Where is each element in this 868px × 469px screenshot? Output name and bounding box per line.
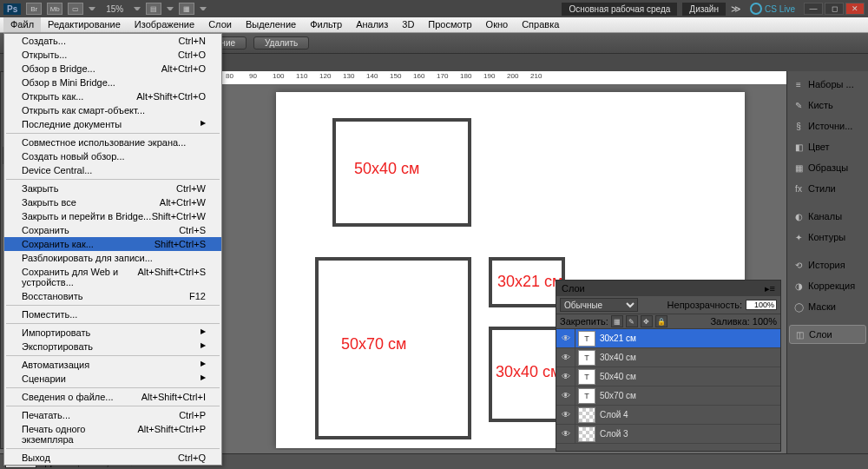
dropdown-icon[interactable]: [89, 7, 95, 10]
app-logo: Ps: [3, 3, 21, 15]
blend-mode-select[interactable]: Обычные: [560, 298, 638, 312]
canvas-label: 30x40 см: [496, 363, 561, 381]
menu-изображение[interactable]: Изображение: [128, 17, 201, 32]
layers-header[interactable]: Слои ▸≡: [556, 281, 780, 296]
visibility-icon[interactable]: 👁: [556, 367, 575, 386]
opacity-value[interactable]: 100%: [746, 300, 777, 310]
minibridge-icon[interactable]: Mb: [47, 3, 62, 15]
menu-item[interactable]: Обзор в Mini Bridge...: [4, 76, 221, 89]
layer-row[interactable]: 👁T30x21 см: [556, 329, 780, 348]
menu-item[interactable]: Печатать...Ctrl+P: [4, 408, 221, 422]
arrange-icon[interactable]: ▦: [179, 3, 194, 15]
panel-icon: fx: [792, 182, 805, 195]
panel-Маски[interactable]: ◯Маски: [789, 297, 866, 316]
fill-value[interactable]: 100%: [753, 316, 777, 327]
menu-item[interactable]: Сохранить как...Shift+Ctrl+S: [4, 237, 221, 251]
menu-item[interactable]: Открыть как смарт-объект...: [4, 103, 221, 117]
panel-Контуры[interactable]: ✦Контуры: [789, 228, 866, 247]
panel-Слои[interactable]: ◫Слои: [789, 325, 866, 344]
visibility-icon[interactable]: 👁: [556, 348, 575, 367]
menu-окно[interactable]: Окно: [479, 17, 516, 32]
delete-button[interactable]: Удалить: [253, 36, 309, 50]
minimize-button[interactable]: —: [804, 3, 823, 15]
layer-row[interactable]: 👁T30x40 см: [556, 348, 780, 367]
layer-row[interactable]: 👁Слой 4: [556, 406, 780, 425]
visibility-icon[interactable]: 👁: [556, 386, 575, 406]
bridge-icon[interactable]: Br: [26, 3, 42, 15]
menu-слои[interactable]: Слои: [201, 17, 239, 32]
visibility-icon[interactable]: 👁: [556, 329, 575, 348]
zoom-level[interactable]: 15%: [101, 4, 128, 14]
menu-фильтр[interactable]: Фильтр: [303, 17, 349, 32]
panel-icon: ✎: [792, 99, 805, 111]
menu-item[interactable]: Печать одного экземпляраAlt+Shift+Ctrl+P: [4, 422, 221, 446]
menu-item[interactable]: Совместное использование экрана...: [4, 135, 221, 149]
menu-анализ[interactable]: Анализ: [349, 17, 395, 32]
layer-name: Слой 4: [598, 410, 628, 419]
menu-item[interactable]: Поместить...: [4, 307, 221, 321]
layer-row[interactable]: 👁T50x70 см: [556, 386, 780, 406]
close-button[interactable]: ✕: [845, 3, 865, 15]
panel-Каналы[interactable]: ◐Каналы: [789, 207, 866, 226]
fill-label: Заливка:: [670, 316, 750, 327]
menu-item[interactable]: Сохранить для Web и устройств...Alt+Shif…: [4, 265, 221, 289]
menu-item[interactable]: Сведения о файле...Alt+Shift+Ctrl+I: [4, 390, 221, 404]
design-button[interactable]: Дизайн: [682, 3, 726, 16]
panel-Стили[interactable]: fxСтили: [789, 179, 866, 198]
menu-3d[interactable]: 3D: [395, 17, 421, 32]
more-icon[interactable]: ≫: [731, 3, 741, 15]
menu-bar: ФайлРедактированиеИзображениеСлоиВыделен…: [0, 17, 868, 33]
menu-item[interactable]: Создать новый обзор...: [4, 149, 221, 163]
menu-item[interactable]: Автоматизация▶: [4, 358, 221, 372]
panel-menu-icon[interactable]: ▸≡: [765, 283, 775, 294]
dropdown-icon[interactable]: [134, 7, 141, 10]
menu-item[interactable]: Открыть как...Alt+Shift+Ctrl+O: [4, 89, 221, 103]
panel-Кисть[interactable]: ✎Кисть: [789, 96, 866, 115]
opacity-label: Непрозрачность:: [641, 300, 742, 310]
panel-Цвет[interactable]: ◧Цвет: [789, 137, 866, 156]
menu-справка[interactable]: Справка: [515, 17, 566, 32]
panel-icon: ≡: [792, 78, 805, 90]
panel-Источни...[interactable]: §Источни...: [789, 116, 866, 135]
panel-Наборы ...[interactable]: ≡Наборы ...: [789, 75, 866, 94]
lock-transparency-icon[interactable]: ▦: [611, 315, 623, 327]
menu-item[interactable]: Импортировать▶: [4, 326, 221, 340]
menu-item[interactable]: Создать...Ctrl+N: [4, 34, 221, 48]
menu-редактирование[interactable]: Редактирование: [41, 17, 128, 32]
menu-item[interactable]: Экспортировать▶: [4, 340, 221, 353]
panel-История[interactable]: ⟲История: [789, 255, 866, 274]
panel-icon: ◫: [793, 328, 806, 340]
screen-mode-icon[interactable]: ▭: [68, 3, 83, 15]
workspace-button[interactable]: Основная рабочая среда: [562, 3, 677, 16]
menu-item[interactable]: Открыть...Ctrl+O: [4, 48, 221, 62]
menu-выделение[interactable]: Выделение: [239, 17, 303, 32]
layer-row[interactable]: 👁Слой 3: [556, 425, 780, 444]
lock-position-icon[interactable]: ✥: [641, 315, 653, 327]
menu-item[interactable]: ВосстановитьF12: [4, 289, 221, 303]
maximize-button[interactable]: ◻: [825, 3, 844, 15]
menu-файл[interactable]: Файл: [3, 17, 41, 32]
menu-item[interactable]: Закрыть и перейти в Bridge...Shift+Ctrl+…: [4, 209, 221, 223]
menu-item: Разблокировать для записи...: [4, 251, 221, 265]
menu-item[interactable]: Device Central...: [4, 163, 221, 177]
layer-row[interactable]: 👁T50x40 см: [556, 367, 780, 386]
menu-item[interactable]: Обзор в Bridge...Alt+Ctrl+O: [4, 62, 221, 76]
menu-item[interactable]: ЗакрытьCtrl+W: [4, 182, 221, 195]
cslive-button[interactable]: CS Live: [746, 3, 799, 15]
menu-item[interactable]: ВыходCtrl+Q: [4, 451, 221, 465]
lock-pixels-icon[interactable]: ✎: [626, 315, 638, 327]
right-dock: ≡Наборы ...✎Кисть§Источни...◧Цвет▦Образц…: [786, 71, 868, 469]
visibility-icon[interactable]: 👁: [556, 406, 575, 425]
menu-item[interactable]: Закрыть всеAlt+Ctrl+W: [4, 195, 221, 209]
panel-Коррекция[interactable]: ◑Коррекция: [789, 276, 866, 295]
dropdown-icon[interactable]: [200, 7, 207, 10]
visibility-icon[interactable]: 👁: [556, 425, 575, 444]
view-icon[interactable]: ▤: [146, 3, 161, 15]
menu-просмотр[interactable]: Просмотр: [421, 17, 478, 32]
panel-Образцы[interactable]: ▦Образцы: [789, 158, 866, 177]
menu-item[interactable]: Последние документы▶: [4, 117, 221, 131]
dropdown-icon[interactable]: [167, 7, 174, 10]
lock-all-icon[interactable]: 🔒: [655, 315, 667, 327]
menu-item[interactable]: СохранитьCtrl+S: [4, 223, 221, 237]
menu-item[interactable]: Сценарии▶: [4, 372, 221, 386]
